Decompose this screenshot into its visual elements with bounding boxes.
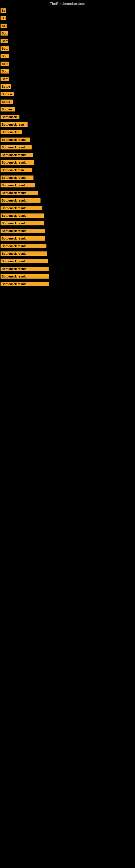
bar-label: Bo: [1, 16, 6, 20]
bar-label: Bottleneck: [1, 115, 19, 119]
bar-label: Bott: [1, 62, 9, 66]
bar-row: Bottleneck result: [0, 182, 135, 189]
bar-row: Bottleneck result: [0, 219, 135, 227]
bar-row: Bott: [0, 52, 135, 60]
bar-label: Bottleneck result: [1, 191, 38, 195]
bar-label: Bottleneck result: [1, 282, 49, 286]
bar-label: Bottleneck result: [1, 160, 34, 165]
bar-row: Bott: [0, 30, 135, 37]
bar-row: Bottle: [0, 83, 135, 90]
bar-row: Bottleneck result: [0, 257, 135, 265]
bar-label: Bottleneck result: [1, 267, 49, 271]
bar-label: Bottleneck result: [1, 244, 46, 248]
bar-label: Bottleneck result: [1, 183, 35, 187]
bar-row: Bott: [0, 45, 135, 52]
bar-label: Bottleneck result: [1, 259, 48, 264]
bar-row: Bottleneck result: [0, 159, 135, 166]
bar-label: Bottleneck resu: [1, 122, 28, 127]
bar-label: Bo: [1, 8, 6, 13]
bar-row: Bottleneck resu: [0, 166, 135, 174]
bar-row: Bottleneck result: [0, 174, 135, 182]
bar-row: Bottleneck: [0, 113, 135, 121]
bar-label: Bottleneck result: [1, 214, 44, 218]
bar-row: Bottleneck result: [0, 227, 135, 235]
bar-label: Bot: [1, 24, 7, 28]
bar-label: Bott: [1, 69, 9, 73]
bar-label: Bottleneck r: [1, 130, 22, 134]
bar-row: Bott: [0, 60, 135, 67]
bar-row: Bottleneck r: [0, 128, 135, 136]
bar-row: Bottleneck result: [0, 273, 135, 280]
bar-row: Bottleneck result: [0, 189, 135, 197]
bars-container: BoBoBotBottBottBottBottBottBottBottBottl…: [0, 7, 135, 288]
bar-label: Bottleneck resu: [1, 168, 32, 172]
bar-row: Bot: [0, 22, 135, 30]
bar-label: Bottlen: [1, 92, 14, 96]
bar-label: Bottle: [1, 84, 11, 89]
bar-label: Bottleneck result: [1, 153, 33, 157]
bar-label: Bottleneck result: [1, 137, 30, 142]
bar-row: Bo: [0, 7, 135, 14]
site-title: TheBottlenecker.com: [0, 0, 135, 7]
bar-row: Bottleneck result: [0, 242, 135, 250]
bar-label: Bottleneck result: [1, 251, 47, 256]
bar-row: Bottleneck result: [0, 204, 135, 212]
bar-label: Bottle: [1, 99, 13, 104]
bar-label: Bottlen: [1, 107, 15, 112]
bar-label: Bott: [1, 54, 9, 58]
bar-label: Bott: [1, 77, 9, 81]
bar-label: Bott: [1, 31, 8, 35]
bar-row: Bottleneck result: [0, 151, 135, 159]
bar-label: Bott: [1, 39, 8, 43]
bar-label: Bottleneck result: [1, 274, 49, 279]
bar-row: Bott: [0, 37, 135, 45]
bar-label: Bottleneck result: [1, 206, 42, 210]
bar-row: Bott: [0, 75, 135, 83]
bar-row: Bottleneck result: [0, 280, 135, 288]
bar-row: Bottlen: [0, 105, 135, 113]
bar-label: Bottleneck result: [1, 145, 32, 150]
bar-label: Bottleneck result: [1, 198, 41, 203]
bar-row: Bott: [0, 67, 135, 75]
bar-row: Bottleneck result: [0, 144, 135, 151]
bar-label: Bottleneck result: [1, 229, 45, 233]
bar-row: Bottleneck result: [0, 235, 135, 242]
bar-row: Bottleneck resu: [0, 121, 135, 128]
bar-row: Bottleneck result: [0, 197, 135, 204]
bar-label: Bottleneck result: [1, 176, 34, 180]
bar-label: Bottleneck result: [1, 221, 44, 225]
bar-row: Bo: [0, 14, 135, 22]
bar-label: Bottleneck result: [1, 236, 45, 241]
bar-label: Bott: [1, 46, 9, 51]
bar-row: Bottleneck result: [0, 265, 135, 273]
bar-row: Bottleneck result: [0, 212, 135, 219]
bar-row: Bottlen: [0, 90, 135, 98]
bar-row: Bottleneck result: [0, 136, 135, 144]
bar-row: Bottle: [0, 98, 135, 105]
bar-row: Bottleneck result: [0, 250, 135, 257]
